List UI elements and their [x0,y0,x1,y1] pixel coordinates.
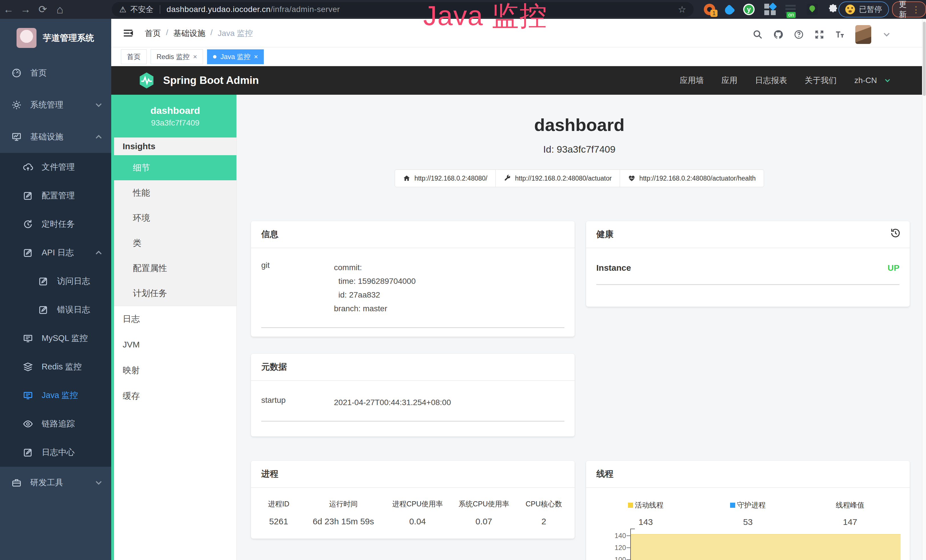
app-sidebar: 芋道管理系统 首页 系统管理 基础设施 文件管理 配置管理 [0,19,111,560]
sidebar-item-infra[interactable]: 基础设施 [0,121,111,153]
browser-reload-icon[interactable] [34,3,51,15]
puzzle-extensions-icon[interactable] [828,4,839,15]
instance-header[interactable]: dashboard 93a3fc7f7409 [114,95,236,138]
browser-back-icon[interactable] [0,3,17,15]
tab-java[interactable]: Java 监控 [207,49,264,64]
scrollbar-thumb[interactable] [923,22,926,96]
font-size-icon[interactable] [835,29,845,40]
sidebar-item-config[interactable]: 配置管理 [0,182,111,210]
sba-accent-strip [111,95,114,560]
menu-item-scheduled-tasks[interactable]: 计划任务 [114,281,236,306]
avatar-caret-icon[interactable] [882,29,892,40]
extension-icon-1[interactable]: 1 [704,4,715,15]
sidebar-submenu-infra: 文件管理 配置管理 定时任务 API 日志 访问日志 错误日志 [0,153,111,467]
url-bar[interactable]: 不安全 dashboard.yudao.iocoder.cn/infra/adm… [112,2,694,17]
chevron-down-icon [94,100,104,110]
breadcrumb-home[interactable]: 首页 [145,28,161,39]
tab-home[interactable]: 首页 [121,49,147,64]
help-icon[interactable] [794,29,804,40]
extension-pin-icon[interactable] [723,4,735,16]
extension-leaf-icon[interactable] [806,4,818,15]
browser-menu-dots-icon[interactable] [912,5,920,15]
spring-boot-admin-logo-icon [138,71,156,89]
actuator-url-button[interactable]: http://192.168.0.2:48080/actuator [495,170,620,187]
paused-label: 已暂停 [859,4,882,15]
sba-locale-select[interactable]: zh-CN [855,76,877,85]
tab-redis[interactable]: Redis 监控 [151,49,203,64]
page-scrollbar[interactable] [922,19,926,560]
sidebar-item-label: MySQL 监控 [42,333,88,344]
menu-item-mappings[interactable]: 映射 [114,357,236,383]
breadcrumb-infra[interactable]: 基础设施 [173,28,205,39]
sba-nav: 应用墙 应用 日志报表 关于我们 zh-CN [680,75,892,86]
instance-name: dashboard [151,105,200,116]
github-icon[interactable] [773,29,784,40]
extension-list-icon[interactable]: on [785,4,797,15]
process-card: 进程 进程ID 5261 运行时间 6d 23h 15m 59s 进程CPU使用… [251,461,575,539]
sidebar-item-label: 首页 [30,67,47,79]
history-icon[interactable] [890,227,901,239]
sidebar-item-dev-tools[interactable]: 研发工具 [0,467,111,499]
sidebar-item-label: 配置管理 [42,190,75,201]
browser-home-icon[interactable] [51,3,68,16]
extension-icon-2[interactable] [743,4,755,15]
hamburger-icon[interactable] [122,27,134,39]
info-row-git: git commit: time: 1596289704000 id: 27aa… [261,248,564,328]
sidebar-item-api-log[interactable]: API 日志 [0,239,111,267]
sidebar-item-file[interactable]: 文件管理 [0,153,111,182]
extension-on-badge: on [787,12,796,18]
process-card-title: 进程 [251,461,575,488]
close-icon[interactable] [254,53,258,61]
menu-item-config-props[interactable]: 配置属性 [114,256,236,281]
sidebar-item-log-center[interactable]: 日志中心 [0,438,111,467]
close-icon[interactable] [193,53,197,61]
app-logo-row[interactable]: 芋道管理系统 [0,19,111,57]
column-header: 运行时间 [302,499,384,509]
fullscreen-icon[interactable] [814,29,825,40]
locale-caret-icon[interactable] [883,76,892,85]
chart-axis-cap [630,529,635,529]
sidebar-item-trace[interactable]: 链路追踪 [0,410,111,438]
sba-header: Spring Boot Admin 应用墙 应用 日志报表 关于我们 zh-CN [111,66,926,95]
security-label: 不安全 [130,4,153,15]
menu-item-environment[interactable]: 环境 [114,206,236,230]
sidebar-item-home[interactable]: 首页 [0,57,111,89]
sidebar-item-error-log[interactable]: 错误日志 [0,295,111,324]
sidebar-item-job[interactable]: 定时任务 [0,210,111,239]
briefcase-icon [11,478,22,488]
extension-grid-icon[interactable] [764,4,776,15]
sba-nav-about[interactable]: 关于我们 [805,75,837,86]
menu-item-performance[interactable]: 性能 [114,180,236,206]
menu-item-logs[interactable]: 日志 [114,306,236,332]
threads-card: 线程 活动线程 143 守护进程 53 线程峰值 147 140 [586,461,910,560]
sba-nav-applications[interactable]: 应用 [722,75,737,86]
sidebar-item-redis[interactable]: Redis 监控 [0,353,111,381]
search-icon[interactable] [753,29,763,40]
legend-label: 守护进程 [737,500,766,510]
user-avatar[interactable] [855,25,871,44]
sidebar-item-system[interactable]: 系统管理 [0,89,111,121]
wrench-icon [504,175,511,182]
menu-item-jvm[interactable]: JVM [114,332,236,357]
sba-nav-wall[interactable]: 应用墙 [680,75,704,86]
process-col-pid: 进程ID 5261 [255,499,302,526]
sidebar-item-java[interactable]: Java 监控 [0,381,111,410]
threads-chart: 140 120 100 [586,529,910,560]
sidebar-item-label: 链路追踪 [42,418,75,430]
update-button[interactable]: 更新 [892,2,926,17]
health-url-button[interactable]: http://192.168.0.2:48080/actuator/health [620,170,764,187]
browser-forward-icon[interactable] [17,3,34,15]
menu-item-classes[interactable]: 类 [114,230,236,256]
sidebar-item-access-log[interactable]: 访问日志 [0,267,111,295]
home-url-button[interactable]: http://192.168.0.2:48080/ [395,170,496,187]
status-badge: UP [888,263,899,273]
menu-item-details[interactable]: 细节 [114,155,236,180]
legend-peak-threads: 线程峰值 147 [799,500,901,527]
paused-badge[interactable]: 已暂停 [838,2,889,17]
sba-nav-journal[interactable]: 日志报表 [755,75,787,86]
url-domain: dashboard.yudao.iocoder.cn [166,5,271,14]
sidebar-item-mysql[interactable]: MySQL 监控 [0,324,111,353]
tick-mark [626,536,631,536]
bookmark-star-icon[interactable] [678,4,686,15]
menu-item-caches[interactable]: 缓存 [114,383,236,409]
